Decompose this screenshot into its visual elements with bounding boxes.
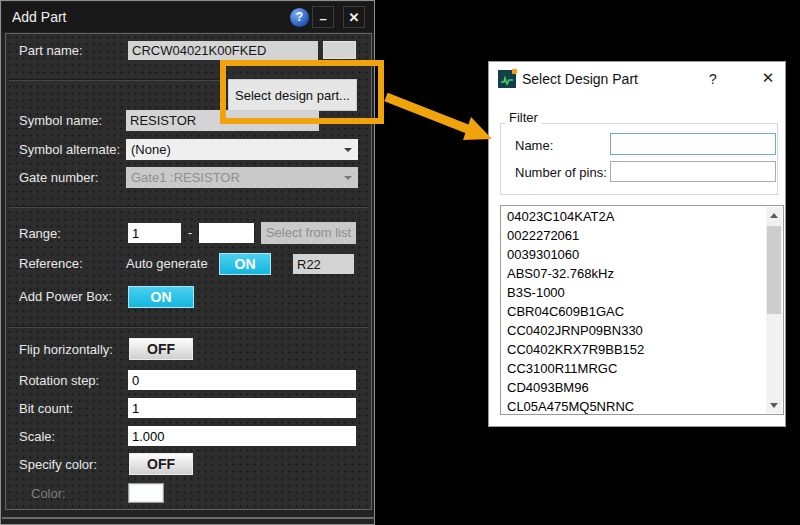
flip-horizontally-label: Flip horizontally:	[19, 342, 113, 357]
select-design-part-title: Select Design Part	[522, 71, 638, 87]
color-swatch	[128, 483, 164, 503]
filter-pins-label: Number of pins:	[515, 165, 607, 180]
reference-label: Reference:	[19, 256, 83, 271]
select-from-list-button: Select from list	[261, 222, 356, 244]
section-separator	[9, 206, 368, 208]
specify-color-toggle[interactable]: OFF	[129, 453, 193, 475]
list-item[interactable]: CC0402KRX7R9BB152	[501, 340, 766, 359]
symbol-alternate-value: (None)	[131, 142, 171, 157]
tooltip-text: Select design part...	[235, 88, 350, 103]
list-item[interactable]: B3S-1000	[501, 283, 766, 302]
scroll-down-button[interactable]	[766, 397, 782, 413]
help-button[interactable]: ?	[705, 71, 721, 87]
filter-name-label: Name:	[515, 138, 553, 153]
range-from-input[interactable]	[128, 223, 181, 243]
range-label: Range:	[19, 226, 61, 241]
browse-part-button[interactable]	[323, 41, 356, 59]
range-separator: -	[188, 225, 192, 240]
part-name-input[interactable]	[128, 41, 318, 60]
add-power-box-label: Add Power Box:	[19, 289, 112, 304]
close-button[interactable]: ✕	[759, 69, 777, 87]
list-item[interactable]: CBR04C609B1GAC	[501, 302, 766, 321]
range-to-input[interactable]	[199, 223, 254, 243]
triangle-up-icon	[770, 213, 778, 218]
scroll-up-button[interactable]	[766, 207, 782, 223]
list-item[interactable]: 04023C104KAT2A	[501, 207, 766, 226]
filter-group-label: Filter	[505, 110, 542, 125]
section-separator	[9, 326, 368, 328]
bit-count-label: Bit count:	[19, 401, 73, 416]
list-item[interactable]: 0022272061	[501, 226, 766, 245]
specify-color-label: Specify color:	[19, 457, 97, 472]
scrollbar[interactable]	[766, 207, 782, 413]
triangle-down-icon	[770, 403, 778, 408]
list-item[interactable]: ABS07-32.768kHz	[501, 264, 766, 283]
window-bottom-edge	[2, 517, 375, 519]
select-design-part-tooltip[interactable]: Select design part...	[228, 79, 357, 111]
filter-name-input[interactable]	[610, 133, 776, 155]
bit-count-input[interactable]	[128, 398, 356, 418]
list-item[interactable]: 0039301060	[501, 245, 766, 264]
color-label: Color:	[31, 486, 66, 501]
gate-number-dropdown: Gate1 :RESISTOR	[126, 167, 358, 188]
list-item[interactable]: CC0402JRNP09BN330	[501, 321, 766, 340]
gate-number-value: Gate1 :RESISTOR	[131, 170, 240, 185]
add-power-box-toggle[interactable]: ON	[128, 286, 194, 308]
symbol-alternate-label: Symbol alternate:	[19, 142, 120, 157]
symbol-name-label: Symbol name:	[19, 113, 102, 128]
part-list[interactable]: 04023C104KAT2A00222720610039301060ABS07-…	[501, 207, 766, 414]
gate-number-label: Gate number:	[19, 170, 99, 185]
list-item[interactable]: CD4093BM96	[501, 378, 766, 397]
part-name-label: Part name:	[19, 43, 83, 58]
flip-horizontally-toggle[interactable]: OFF	[129, 338, 193, 360]
rotation-step-label: Rotation step:	[19, 373, 99, 388]
list-item[interactable]: CL05A475MQ5NRNC	[501, 397, 766, 414]
reference-value-input[interactable]	[293, 254, 354, 274]
chevron-down-icon	[344, 148, 352, 152]
list-item[interactable]: CC3100R11MRGC	[501, 359, 766, 378]
scale-input[interactable]	[128, 426, 356, 446]
part-list-box: 04023C104KAT2A00222720610039301060ABS07-…	[500, 205, 784, 415]
filter-pins-input[interactable]	[610, 161, 776, 182]
scrollbar-thumb[interactable]	[767, 226, 781, 314]
add-part-title: Add Part	[12, 9, 66, 25]
chevron-down-icon	[344, 176, 352, 180]
select-design-part-dialog: Select Design Part ? ✕ Filter Name: Numb…	[488, 61, 786, 427]
spark-icon	[512, 69, 517, 74]
symbol-alternate-dropdown[interactable]: (None)	[126, 139, 358, 160]
section-separator	[9, 79, 221, 81]
add-part-titlebar: Add Part ? – ✕	[2, 2, 374, 32]
scale-label: Scale:	[19, 429, 55, 444]
minimize-button[interactable]: –	[312, 6, 334, 28]
rotation-step-input[interactable]	[128, 370, 356, 390]
app-icon	[498, 70, 516, 88]
close-button[interactable]: ✕	[343, 6, 365, 28]
reference-auto-toggle[interactable]: ON	[219, 253, 271, 275]
auto-generate-label: Auto generate	[126, 256, 208, 271]
help-icon[interactable]: ?	[290, 8, 309, 27]
